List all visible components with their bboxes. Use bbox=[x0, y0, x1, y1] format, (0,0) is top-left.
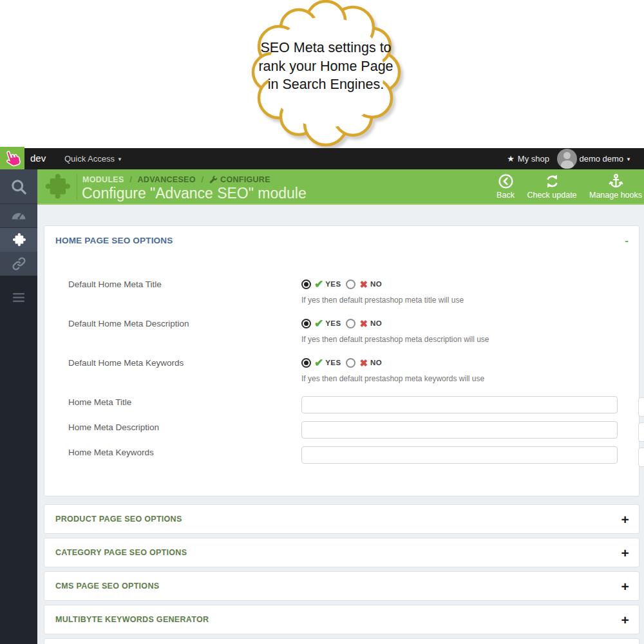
field-label: Home Meta Title bbox=[68, 396, 301, 413]
no-label: NO bbox=[370, 359, 382, 366]
check-icon: ✔ bbox=[314, 357, 323, 368]
form-row-home-meta-keywords: Home Meta Keywords bbox=[68, 446, 639, 464]
expand-plus-icon[interactable]: + bbox=[621, 605, 629, 635]
sidebar-item-search[interactable] bbox=[0, 169, 37, 204]
shop-name-link[interactable]: dev bbox=[30, 153, 46, 164]
page-header-bar: MODULES / ADVANCESEO / CONFIGURE Configu… bbox=[37, 169, 644, 205]
quick-access-label: Quick Access bbox=[64, 154, 115, 164]
product-panel-heading[interactable]: PRODUCT PAGE SEO OPTIONS + bbox=[44, 505, 639, 534]
page: SEO Meta settings to rank your Home Page… bbox=[0, 0, 644, 644]
avatar[interactable] bbox=[557, 149, 577, 169]
radio-yes-selected[interactable] bbox=[301, 279, 311, 289]
module-puzzle-icon bbox=[43, 173, 71, 201]
top-navbar: dev Quick Access▼ ★My shop demo demo▼ bbox=[0, 148, 644, 169]
product-page-seo-panel: PRODUCT PAGE SEO OPTIONS + bbox=[44, 504, 639, 534]
anchor-icon bbox=[583, 173, 644, 190]
breadcrumb-advanceseo[interactable]: ADVANCESEO bbox=[137, 175, 195, 184]
cms-page-seo-panel: CMS PAGE SEO OPTIONS + bbox=[44, 571, 639, 601]
check-update-label: Check update bbox=[524, 191, 580, 200]
sidebar-item-dashboard[interactable] bbox=[0, 204, 37, 228]
sidebar-item-menu[interactable] bbox=[0, 287, 37, 308]
clipped-input bbox=[638, 448, 644, 467]
home-seo-form: Default Home Meta Title ✔ YES ✖ NO If ye… bbox=[44, 255, 639, 464]
cross-icon: ✖ bbox=[359, 279, 368, 289]
expand-plus-icon[interactable]: + bbox=[621, 538, 629, 568]
my-shop-label: My shop bbox=[518, 154, 549, 164]
cms-panel-heading[interactable]: CMS PAGE SEO OPTIONS + bbox=[44, 572, 639, 601]
home-page-seo-panel: HOME PAGE SEO OPTIONS - Default Home Met… bbox=[44, 225, 639, 497]
sidebar bbox=[0, 169, 37, 644]
sidebar-item-modules[interactable] bbox=[0, 228, 37, 252]
form-row-home-meta-description: Home Meta Description bbox=[68, 421, 639, 439]
chain-link-icon bbox=[11, 256, 27, 272]
refresh-icon bbox=[524, 173, 580, 190]
breadcrumb-configure: CONFIGURE bbox=[209, 175, 270, 184]
form-row-default-meta-title: Default Home Meta Title ✔ YES ✖ NO If ye… bbox=[68, 278, 639, 305]
help-text: If yes then default prestashop meta titl… bbox=[301, 296, 618, 305]
breadcrumb-modules[interactable]: MODULES bbox=[82, 175, 124, 184]
yes-label: YES bbox=[325, 359, 341, 366]
annotation-text: SEO Meta settings to rank your Home Page… bbox=[255, 39, 397, 94]
breadcrumb: MODULES / ADVANCESEO / CONFIGURE bbox=[82, 175, 270, 184]
gauge-icon bbox=[10, 207, 27, 224]
expand-plus-icon[interactable]: + bbox=[621, 572, 629, 601]
expand-plus-icon[interactable]: + bbox=[621, 505, 629, 535]
home-panel-heading[interactable]: HOME PAGE SEO OPTIONS - bbox=[44, 226, 639, 255]
breadcrumb-separator: / bbox=[129, 175, 132, 184]
search-icon bbox=[10, 178, 27, 195]
help-text: If yes then default prestashop meta keyw… bbox=[301, 374, 618, 383]
cross-icon: ✖ bbox=[359, 358, 368, 368]
no-label: NO bbox=[370, 319, 382, 327]
breadcrumb-configure-label: CONFIGURE bbox=[220, 175, 270, 184]
logo-square[interactable] bbox=[0, 147, 24, 171]
radio-no-unselected[interactable] bbox=[346, 319, 355, 328]
field-label: Home Meta Keywords bbox=[68, 446, 301, 464]
sidebar-item-links[interactable] bbox=[0, 252, 37, 276]
radio-no-unselected[interactable] bbox=[346, 358, 355, 368]
category-panel-heading[interactable]: CATEGORY PAGE SEO OPTIONS + bbox=[44, 538, 639, 567]
wrench-icon bbox=[209, 175, 218, 184]
multibyte-keywords-panel: MULTIBYTE KEYWORDS GENERATOR + bbox=[44, 605, 639, 634]
home-meta-keywords-input[interactable] bbox=[301, 446, 618, 464]
check-icon: ✔ bbox=[314, 279, 323, 290]
home-meta-title-input[interactable] bbox=[301, 396, 618, 413]
page-title: Configure "Advance SEO" module bbox=[82, 185, 307, 202]
collapse-minus-icon[interactable]: - bbox=[625, 226, 629, 255]
chevron-down-icon: ▼ bbox=[626, 156, 631, 162]
home-meta-description-input[interactable] bbox=[301, 421, 618, 439]
quick-access-menu[interactable]: Quick Access▼ bbox=[64, 154, 122, 164]
check-update-button[interactable]: Check update bbox=[524, 173, 580, 200]
hamburger-menu-icon bbox=[12, 292, 25, 303]
user-menu[interactable]: demo demo▼ bbox=[579, 154, 631, 164]
main-content: HOME PAGE SEO OPTIONS - Default Home Met… bbox=[37, 205, 644, 644]
radio-yes-selected[interactable] bbox=[301, 358, 311, 368]
check-icon: ✔ bbox=[314, 318, 323, 329]
manage-hooks-button[interactable]: Manage hooks bbox=[583, 173, 644, 200]
puzzle-icon bbox=[12, 232, 26, 247]
field-label: Default Home Meta Keywords bbox=[68, 357, 301, 383]
back-label: Back bbox=[491, 191, 520, 200]
category-page-seo-panel: CATEGORY PAGE SEO OPTIONS + bbox=[44, 538, 639, 567]
manage-hooks-label: Manage hooks bbox=[583, 191, 644, 200]
form-row-home-meta-title: Home Meta Title bbox=[68, 396, 639, 413]
yes-label: YES bbox=[325, 280, 341, 288]
no-label: NO bbox=[370, 280, 382, 288]
radio-no-unselected[interactable] bbox=[346, 279, 355, 289]
form-row-default-meta-description: Default Home Meta Description ✔ YES ✖ NO… bbox=[68, 317, 639, 344]
clipped-input bbox=[638, 397, 644, 417]
field-label: Default Home Meta Title bbox=[68, 278, 301, 305]
hand-cursor-icon bbox=[3, 149, 21, 169]
clipped-input bbox=[638, 422, 644, 442]
yes-label: YES bbox=[325, 319, 341, 327]
field-label: Home Meta Description bbox=[68, 421, 301, 439]
panel-title: MULTIBYTE KEYWORDS GENERATOR bbox=[55, 615, 209, 624]
star-icon: ★ bbox=[507, 154, 515, 164]
cross-icon: ✖ bbox=[359, 319, 368, 328]
panel-title: PRODUCT PAGE SEO OPTIONS bbox=[55, 515, 182, 524]
my-shop-link[interactable]: ★My shop bbox=[507, 154, 549, 164]
multibyte-panel-heading[interactable]: MULTIBYTE KEYWORDS GENERATOR + bbox=[44, 605, 639, 634]
next-panel-clipped bbox=[44, 638, 639, 644]
panel-title: CATEGORY PAGE SEO OPTIONS bbox=[55, 548, 187, 557]
radio-yes-selected[interactable] bbox=[301, 319, 311, 328]
back-button[interactable]: Back bbox=[491, 173, 520, 200]
